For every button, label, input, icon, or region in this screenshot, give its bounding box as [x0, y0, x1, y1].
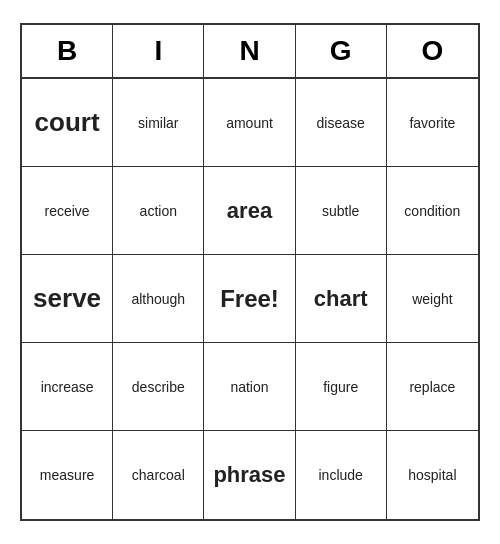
bingo-cell-1: similar [113, 79, 204, 167]
bingo-grid: courtsimilaramountdiseasefavoritereceive… [22, 79, 478, 519]
bingo-cell-7: area [204, 167, 295, 255]
bingo-cell-12: Free! [204, 255, 295, 343]
header-letter-B: B [22, 25, 113, 77]
bingo-cell-11: although [113, 255, 204, 343]
header-letter-G: G [296, 25, 387, 77]
bingo-card: BINGO courtsimilaramountdiseasefavoriter… [20, 23, 480, 521]
bingo-cell-23: include [296, 431, 387, 519]
bingo-cell-13: chart [296, 255, 387, 343]
bingo-cell-18: figure [296, 343, 387, 431]
header-letter-O: O [387, 25, 478, 77]
bingo-cell-4: favorite [387, 79, 478, 167]
bingo-cell-16: describe [113, 343, 204, 431]
bingo-cell-0: court [22, 79, 113, 167]
bingo-cell-10: serve [22, 255, 113, 343]
header-letter-I: I [113, 25, 204, 77]
bingo-cell-21: charcoal [113, 431, 204, 519]
bingo-cell-9: condition [387, 167, 478, 255]
bingo-cell-20: measure [22, 431, 113, 519]
header-letter-N: N [204, 25, 295, 77]
bingo-cell-24: hospital [387, 431, 478, 519]
bingo-cell-14: weight [387, 255, 478, 343]
bingo-cell-5: receive [22, 167, 113, 255]
bingo-cell-8: subtle [296, 167, 387, 255]
bingo-cell-22: phrase [204, 431, 295, 519]
bingo-cell-2: amount [204, 79, 295, 167]
bingo-header: BINGO [22, 25, 478, 79]
bingo-cell-15: increase [22, 343, 113, 431]
bingo-cell-6: action [113, 167, 204, 255]
bingo-cell-17: nation [204, 343, 295, 431]
bingo-cell-3: disease [296, 79, 387, 167]
bingo-cell-19: replace [387, 343, 478, 431]
